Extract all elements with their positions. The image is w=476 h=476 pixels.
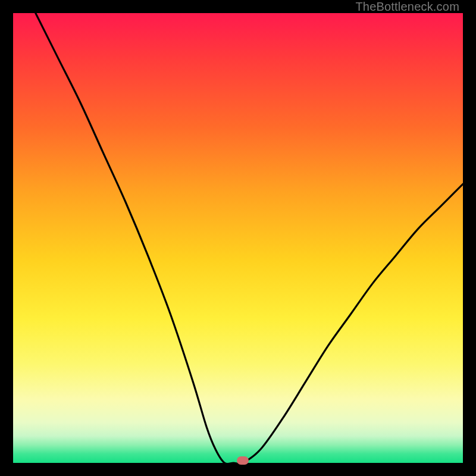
chart-plot-area: [13, 13, 463, 463]
watermark-text: TheBottleneck.com: [355, 0, 459, 14]
chart-frame: TheBottleneck.com: [0, 0, 476, 476]
bottleneck-curve: [13, 13, 463, 463]
optimal-point-marker: [237, 456, 249, 465]
